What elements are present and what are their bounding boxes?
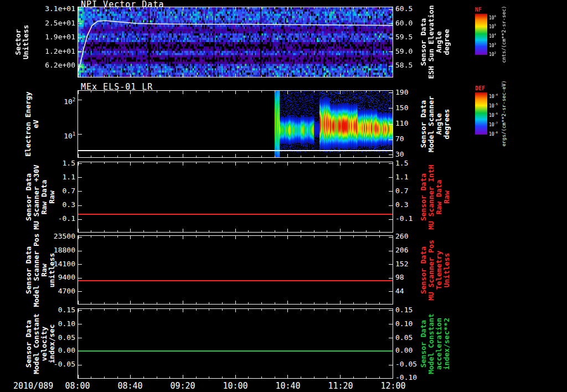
x-tick-mark	[104, 230, 105, 232]
x-tick-mark	[235, 301, 236, 304]
x-tick-mark	[275, 230, 275, 232]
x-tick-mark	[248, 309, 249, 311]
colorbar-tick-label: 102	[489, 50, 496, 58]
x-tick-mark	[340, 74, 341, 77]
x-tick-mark	[183, 309, 183, 312]
x-tick-mark	[117, 156, 118, 157]
x-tick-mark	[340, 301, 341, 304]
x-tick-mark	[222, 75, 223, 77]
x-tick-mark	[196, 309, 197, 311]
x-tick-mark	[157, 156, 157, 157]
colorbar-tick-label: 10-7	[489, 120, 498, 128]
x-tick-mark	[143, 7, 144, 9]
x-tick-mark	[314, 230, 315, 232]
x-tick-mark	[287, 375, 288, 378]
x-tick-mark	[117, 162, 118, 164]
mu-scanner-raw-panel	[78, 162, 393, 233]
x-tick-mark	[169, 376, 170, 378]
x-tick-mark	[130, 301, 131, 304]
colorbar-units: cnts/(cm**2-sr-sec)	[501, 6, 507, 63]
y-tick-mark	[78, 9, 82, 10]
x-tick-mark	[78, 229, 79, 232]
x-tick-mark	[130, 309, 131, 312]
x-tick-mark	[235, 236, 236, 239]
x-tick-mark	[353, 376, 354, 378]
x-tick-mark	[222, 230, 223, 232]
colorbar-title: NF	[475, 7, 482, 13]
colorbar-units-line: cnts/(cm**2-sr-sec)	[501, 6, 507, 63]
y-tick-mark	[389, 324, 393, 324]
y-tick-mark	[389, 163, 393, 164]
x-tick-mark	[340, 229, 341, 232]
x-tick-mark	[169, 309, 170, 311]
y-tick-mark	[78, 51, 82, 52]
y-tick-mark	[389, 237, 393, 238]
left-axis-title: Electron EnergyeV	[24, 91, 40, 156]
x-tick-mark	[314, 302, 315, 304]
x-tick-mark	[157, 376, 157, 378]
x-tick-mark	[157, 230, 157, 232]
x-tick-mark	[78, 74, 79, 77]
x-tick-mark	[366, 236, 367, 238]
right-axis-title-line: MU Scanner Pos	[427, 240, 435, 301]
x-tick-mark	[104, 302, 105, 304]
colorbar-tick-label: 10-6	[489, 111, 498, 118]
y-tick-mark	[78, 177, 82, 178]
x-tick-mark	[209, 91, 209, 92]
x-tick-mark	[169, 156, 170, 157]
y-tick-mark	[78, 310, 82, 311]
x-tick-mark	[143, 75, 144, 77]
x-tick-mark	[366, 376, 367, 378]
x-tick-mark	[183, 162, 183, 166]
x-tick-mark	[366, 91, 367, 92]
els-spectrogram-panel	[78, 90, 393, 158]
right-axis-title-line: Sensor Data	[420, 240, 427, 301]
x-tick-mark	[340, 236, 341, 239]
y-tick-mark	[78, 23, 82, 24]
x-tick-mark	[301, 91, 301, 92]
y-tick-mark	[78, 278, 82, 278]
y-tick-label: 3.1e+01	[20, 4, 75, 13]
x-tick-mark	[117, 302, 118, 304]
x-tick-mark	[130, 91, 131, 94]
x-tick-mark	[78, 309, 79, 312]
y-tick-mark	[389, 278, 393, 278]
x-tick-mark	[209, 309, 209, 311]
x-tick-mark	[222, 302, 223, 304]
x-tick-mark	[130, 7, 131, 11]
right-axis-title: Sensor DataMU Scanner IntHRaw DataRaw	[420, 164, 451, 229]
x-tick-mark	[222, 162, 223, 164]
x-tick-mark	[104, 236, 105, 238]
colorbar-tick-label: 106	[489, 13, 496, 21]
x-tick-mark	[169, 91, 170, 92]
x-tick-mark	[78, 236, 79, 239]
x-tick-mark	[301, 156, 301, 157]
x-tick-mark	[301, 162, 301, 164]
x-tick-mark	[248, 156, 249, 157]
x-tick-mark	[196, 302, 197, 304]
x-tick-mark	[314, 309, 315, 311]
x-tick-mark	[169, 162, 170, 164]
x-tick-mark	[235, 7, 236, 11]
left-axis-title: Sensor DataMU Scanner +30VRaw DataRaw	[25, 164, 56, 229]
x-tick-mark	[366, 7, 367, 9]
x-tick-mark	[235, 162, 236, 166]
y-tick-mark	[389, 191, 393, 192]
x-tick-mark	[130, 162, 131, 166]
x-tick-mark	[169, 230, 170, 232]
x-tick-mark	[235, 229, 236, 232]
def-colorbar-gradient	[475, 92, 487, 135]
x-tick-mark	[301, 376, 301, 378]
x-tick-mark	[314, 75, 315, 77]
x-tick-mark	[379, 162, 380, 164]
x-tick-mark	[117, 75, 118, 77]
x-tick-mark	[91, 91, 91, 92]
y-tick-mark	[389, 154, 393, 155]
x-tick-mark	[393, 309, 393, 312]
x-tick-mark	[157, 309, 157, 311]
right-axis-title-line: degree	[443, 5, 451, 79]
left-axis-title: Sensor DataModel Constantvelocityindex/s…	[25, 313, 56, 374]
x-tick-mark	[91, 302, 91, 304]
right-axis-title-line: Raw Data	[435, 164, 443, 229]
x-tick-mark	[209, 75, 209, 77]
